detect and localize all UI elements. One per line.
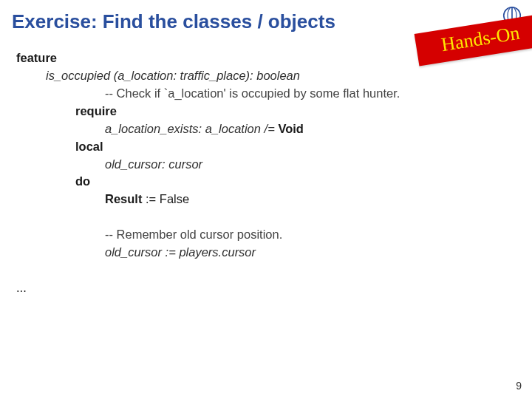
require-expression: a_location_exists: a_location /= bbox=[105, 122, 278, 135]
signature-line: is_occupied (a_location: traffic_place):… bbox=[16, 67, 517, 85]
assign-line: old_cursor := players.cursor bbox=[16, 244, 517, 262]
result-line: Result := False bbox=[16, 191, 517, 208]
result-rest: := False bbox=[142, 192, 189, 205]
local-keyword: local bbox=[16, 138, 517, 156]
page-number: 9 bbox=[516, 380, 522, 392]
require-body: a_location_exists: a_location /= Void bbox=[16, 120, 517, 138]
void-keyword: Void bbox=[278, 122, 304, 135]
comment-line-2: -- Remember old cursor position. bbox=[16, 226, 517, 244]
comment-line-1: -- Check if `a_location' is occupied by … bbox=[16, 85, 517, 103]
local-body: old_cursor: cursor bbox=[16, 156, 517, 174]
ellipsis: ... bbox=[16, 279, 517, 297]
code-block: feature is_occupied (a_location: traffic… bbox=[0, 33, 532, 297]
require-keyword: require bbox=[16, 103, 517, 120]
do-keyword: do bbox=[16, 173, 517, 191]
result-keyword: Result bbox=[105, 192, 142, 205]
